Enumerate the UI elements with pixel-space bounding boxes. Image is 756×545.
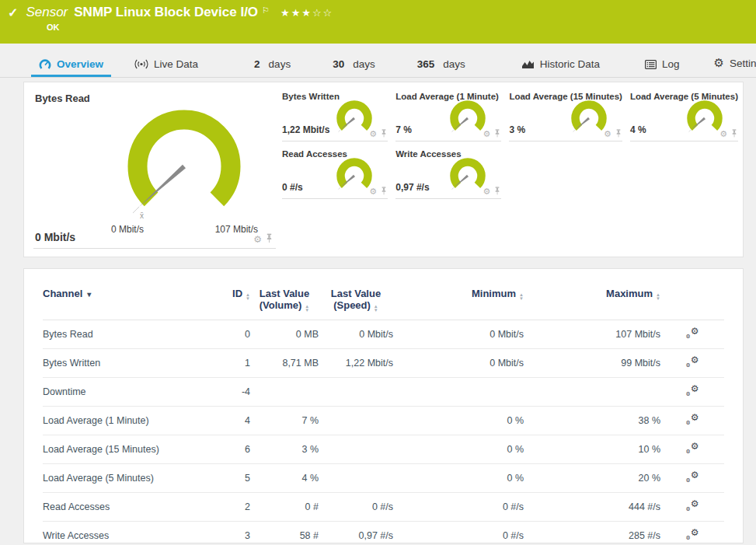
tab-30-days-label: days: [353, 58, 375, 70]
channel-settings-icon[interactable]: ⚙⚙: [686, 356, 699, 368]
tab-log-label: Log: [662, 58, 680, 70]
channel-table: Channel▾ ID▲▼ Last Value (Volume)▲▼ Last…: [43, 281, 724, 543]
average-marker: x̄: [140, 211, 144, 220]
column-header-maximum[interactable]: Maximum▲▼: [524, 281, 660, 320]
sort-icon[interactable]: ▲▼: [656, 293, 660, 300]
gauge-arc: [455, 162, 482, 186]
gear-icon[interactable]: ⚙: [483, 130, 491, 138]
status-ok-icon: ✓: [8, 5, 18, 20]
gauge-current-value: 7 %: [395, 124, 412, 135]
bytes-read-gauge: x̄: [105, 100, 264, 224]
stars-filled[interactable]: ★★★: [280, 7, 312, 19]
gauge-current-value: 1,22 Mbit/s: [282, 124, 329, 135]
gauge-current-value: 4 %: [630, 124, 646, 135]
pin-icon[interactable]: [494, 187, 500, 197]
page-title: SNMP Linux Block Device I/O: [74, 5, 258, 20]
gear-icon: ⚙: [714, 56, 724, 70]
tab-30-days-number: 30: [333, 58, 344, 70]
table-row: Load Average (1 Minute) 4 7 % 0 % 38 % ⚙…: [43, 407, 724, 435]
tab-historic-data-label: Historic Data: [540, 58, 600, 70]
needle-tail: [339, 187, 341, 190]
tab-live-data-label: Live Data: [154, 58, 198, 70]
log-list-icon: [645, 60, 657, 69]
pin-icon[interactable]: [381, 187, 387, 197]
channel-name: Write Accesses: [43, 522, 205, 544]
area-chart-icon: [521, 59, 535, 69]
gear-icon[interactable]: ⚙: [369, 187, 377, 196]
channel-settings-icon[interactable]: ⚙⚙: [686, 471, 699, 483]
channel-settings-icon[interactable]: ⚙⚙: [686, 327, 699, 339]
pin-icon[interactable]: [494, 129, 500, 139]
gauge-tile-bytes-written: Bytes Written 1,22 Mbit/s ⚙: [282, 92, 388, 141]
gauge-tile-bytes-read: Bytes Read x̄ 0 Mbit/s 107 Mbit/s 0 Mbit…: [33, 90, 276, 249]
sort-icon[interactable]: ▲▼: [305, 305, 309, 312]
tab-historic-data[interactable]: Historic Data: [514, 58, 608, 77]
column-header-channel[interactable]: Channel▾: [43, 281, 205, 320]
table-row: Bytes Written 1 8,71 MB 1,22 Mbit/s 0 Mb…: [43, 349, 724, 378]
gear-icon[interactable]: ⚙: [483, 187, 491, 196]
small-gauges-grid: Bytes Written 1,22 Mbit/s ⚙ Load Average…: [276, 90, 738, 249]
column-header-id[interactable]: ID▲▼: [205, 281, 250, 320]
table-row: Load Average (15 Minutes) 6 3 % 0 % 10 %…: [43, 435, 724, 464]
tab-365-days-label: days: [443, 58, 465, 70]
tab-log[interactable]: Log: [637, 58, 688, 77]
sort-icon[interactable]: ▲▼: [374, 305, 378, 312]
tab-overview[interactable]: Overview: [31, 58, 111, 77]
pin-icon[interactable]: [615, 129, 622, 139]
column-header-edit: [660, 281, 724, 320]
gauge-tile-read-accesses: Read Accesses 0 #/s ⚙: [282, 149, 388, 199]
gear-icon[interactable]: ⚙: [719, 130, 727, 138]
stars-empty[interactable]: ☆☆: [312, 7, 333, 19]
gear-icon[interactable]: ⚙: [253, 235, 262, 244]
gauge-current-value: 3 %: [509, 124, 525, 135]
pin-icon[interactable]: [381, 129, 387, 139]
gauge-arc: [575, 105, 602, 128]
gauge-arc: [341, 105, 368, 128]
pin-icon[interactable]: [731, 129, 737, 139]
channel-name: Read Accesses: [43, 493, 205, 522]
tab-365-days[interactable]: 365 days: [409, 58, 473, 77]
gauge-current-value: 0 Mbit/s: [35, 231, 75, 243]
gauge-tab-icon: [39, 58, 51, 70]
channel-settings-icon[interactable]: ⚙⚙: [686, 442, 699, 454]
gear-icon[interactable]: ⚙: [604, 130, 611, 138]
column-header-last-value-volume[interactable]: Last Value (Volume)▲▼: [250, 281, 319, 320]
gauge-tile-load-average-1-minute: Load Average (1 Minute) 7 % ⚙: [395, 92, 501, 141]
object-kind-label: Sensor: [26, 5, 68, 20]
priority-stars[interactable]: ★★★☆☆: [280, 7, 333, 19]
gauge-arc: [138, 120, 231, 199]
column-header-last-value-speed[interactable]: Last Value (Speed)▲▼: [319, 281, 393, 320]
gauge-max-label: 107 Mbit/s: [215, 224, 258, 235]
channel-name: Bytes Read: [43, 320, 205, 349]
needle-tail: [573, 130, 575, 132]
channel-settings-icon[interactable]: ⚙⚙: [686, 529, 699, 540]
table-row: Bytes Read 0 0 MB 0 Mbit/s 0 Mbit/s 107 …: [43, 320, 724, 349]
needle-tail: [452, 130, 455, 132]
channel-settings-icon[interactable]: ⚙⚙: [686, 414, 699, 425]
tab-settings[interactable]: ⚙ Settings: [706, 56, 756, 77]
channel-settings-icon[interactable]: ⚙⚙: [686, 500, 699, 512]
gear-icon[interactable]: ⚙: [369, 130, 377, 138]
gauge-arc: [692, 105, 719, 128]
table-row: Read Accesses 2 0 # 0 #/s 0 #/s 444 #/s …: [43, 493, 724, 522]
needle-tail: [133, 207, 139, 213]
tab-2-days[interactable]: 2 days: [246, 58, 298, 77]
needle-tail: [452, 187, 455, 190]
table-row: Downtime -4 ⚙⚙: [43, 378, 724, 407]
sort-icon[interactable]: ▲▼: [519, 293, 524, 300]
pin-icon[interactable]: [266, 233, 273, 245]
broadcast-icon: [134, 59, 148, 69]
gauge-arc: [455, 105, 482, 128]
table-row: Write Accesses 3 58 # 0,97 #/s 0 #/s 285…: [43, 522, 724, 544]
gauge-tile-load-average-5-minutes: Load Average (5 Minutes) 4 % ⚙: [630, 92, 738, 141]
tab-30-days[interactable]: 30 days: [325, 58, 383, 77]
tab-live-data[interactable]: Live Data: [127, 58, 206, 77]
channel-settings-icon[interactable]: ⚙⚙: [686, 385, 699, 397]
column-header-minimum[interactable]: Minimum▲▼: [393, 281, 524, 320]
channel-name: Bytes Written: [43, 349, 205, 378]
tab-overview-label: Overview: [57, 58, 103, 70]
tab-2-days-label: days: [269, 58, 291, 70]
gauge-arc: [341, 162, 368, 186]
sort-icon[interactable]: ▲▼: [246, 293, 250, 300]
priority-flag-icon[interactable]: ⚐: [262, 5, 270, 16]
